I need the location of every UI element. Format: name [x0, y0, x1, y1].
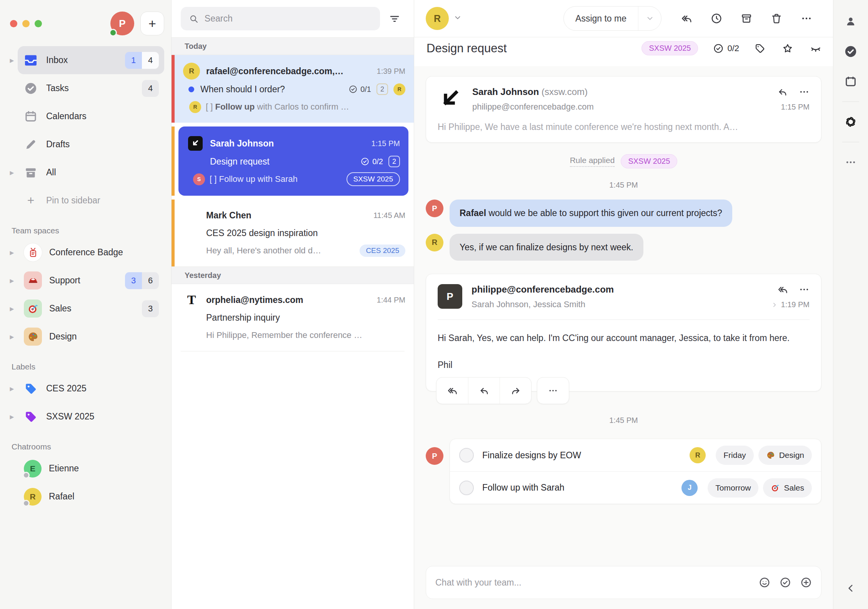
search-input[interactable] [205, 13, 372, 24]
more-reply-options-button[interactable] [537, 378, 569, 404]
reply-button[interactable] [777, 87, 788, 97]
sidebar-item-ces-2025[interactable]: ▶ CES 2025 [6, 374, 164, 403]
label-pill-sxsw[interactable]: SXSW 2025 [641, 41, 698, 55]
support-count-badge: 3 6 [125, 272, 159, 289]
sidebar-item-calendars[interactable]: Calendars [6, 102, 164, 130]
disclosure-caret-icon[interactable]: ▶ [6, 306, 18, 312]
disclosure-caret-icon[interactable]: ▶ [6, 57, 18, 63]
reply-all-button[interactable] [436, 378, 468, 404]
current-user-avatar[interactable]: P [110, 12, 134, 35]
space-pill-design[interactable]: Design [758, 446, 812, 465]
sidebar-item-conference-badge[interactable]: ▶ Conference Badge [6, 238, 164, 266]
disclosure-caret-icon[interactable]: ▶ [6, 414, 18, 420]
more-button[interactable] [799, 284, 810, 295]
more-actions-button[interactable] [791, 6, 821, 31]
tag-icon[interactable] [755, 43, 765, 54]
email-list-item[interactable]: Mark Chen 11:45 AM CES 2025 design inspi… [172, 200, 414, 266]
more-integrations-button[interactable] [841, 151, 860, 173]
disclosure-caret-icon[interactable]: ▶ [6, 250, 18, 256]
assign-to-me-button[interactable]: Assign to me [563, 6, 661, 31]
task-checkbox[interactable] [459, 448, 474, 463]
email-list-item[interactable]: R rafael@conferencebadge.com,… 1:39 PM W… [172, 55, 414, 123]
email-list-scroll[interactable]: Today R rafael@conferencebadge.com,… 1:3… [172, 37, 414, 609]
email-time[interactable]: 1:19 PM [771, 300, 810, 309]
reply-all-button[interactable] [777, 284, 788, 295]
task-checkbox[interactable] [459, 481, 474, 495]
email-snippet: Hey all, Here's another old d… [206, 246, 355, 256]
sidebar-item-tasks[interactable]: Tasks 4 [6, 74, 164, 102]
due-date-pill[interactable]: Friday [716, 446, 753, 465]
sidebar-item-support[interactable]: ▶ Support 3 6 [6, 266, 164, 295]
close-window-button[interactable] [10, 20, 17, 27]
collapse-panel-button[interactable] [841, 577, 860, 599]
create-task-button[interactable] [780, 577, 791, 588]
filter-button[interactable] [384, 8, 405, 30]
rule-applied-link[interactable]: Rule applied [570, 156, 615, 167]
trash-button[interactable] [761, 6, 791, 31]
account-color-strip [172, 55, 175, 123]
chevron-down-icon[interactable] [453, 13, 462, 23]
disclosure-caret-icon[interactable]: ▶ [6, 386, 18, 392]
tasks-panel-button[interactable] [841, 41, 860, 62]
calendar-panel-button[interactable] [841, 71, 860, 92]
task-progress[interactable]: 0/2 [713, 43, 739, 53]
sidebar-item-label: CES 2025 [46, 383, 159, 394]
star-icon[interactable] [782, 43, 793, 54]
mute-eye-icon[interactable] [810, 43, 821, 54]
task-row[interactable]: Follow up with Sarah J Tomorrow Sales [450, 471, 821, 504]
forward-button[interactable] [500, 378, 531, 404]
task-assignee-avatar[interactable]: J [681, 480, 698, 496]
sidebar-item-sxsw-2025[interactable]: ▶ SXSW 2025 [6, 403, 164, 431]
task-row[interactable]: Finalize designs by EOW R Friday Design [450, 439, 821, 471]
due-date-pill[interactable]: Tomorrow [708, 478, 758, 498]
label-pill-sxsw[interactable]: SXSW 2025 [621, 154, 677, 168]
email-time: 1:44 PM [377, 296, 405, 304]
check-circle-icon [713, 43, 723, 53]
group-header-today: Today [172, 37, 414, 55]
team-chat-input[interactable] [435, 577, 759, 588]
zoom-window-button[interactable] [35, 20, 42, 27]
disclosure-caret-icon[interactable]: ▶ [6, 278, 18, 284]
task-assignee-avatar[interactable]: R [690, 447, 706, 463]
toolbar-actions [671, 6, 821, 31]
design-palette-icon [24, 328, 42, 346]
check-circle-filled-icon [844, 45, 857, 58]
sidebar-item-sales[interactable]: ▶ Sales 3 [6, 295, 164, 323]
conversation-scroll[interactable]: Sarah Johnson (sxsw.com) philippe@confer… [414, 66, 833, 558]
emoji-button[interactable] [759, 577, 770, 588]
assignee-avatar[interactable]: R [426, 7, 449, 30]
space-pill-sales[interactable]: Sales [763, 478, 812, 498]
contact-details-button[interactable] [841, 11, 860, 32]
archive-button[interactable] [731, 6, 761, 31]
email-list-item[interactable]: T orphelia@nytimes.com 1:44 PM Partnersh… [172, 284, 414, 351]
compose-new-button[interactable]: + [140, 12, 164, 35]
email-card-expanded[interactable]: P philippe@conferencebadge.com Sarah Joh… [426, 274, 821, 391]
sidebar-item-drafts[interactable]: Drafts [6, 130, 164, 158]
add-attachment-button[interactable] [800, 577, 812, 588]
snooze-button[interactable] [701, 6, 731, 31]
more-button[interactable] [799, 87, 810, 97]
sidebar-item-design[interactable]: ▶ Design [6, 323, 164, 351]
search-bar[interactable] [181, 7, 380, 30]
label-pill-sxsw[interactable]: SXSW 2025 [347, 172, 400, 186]
reply-all-button[interactable] [671, 6, 701, 31]
email-list-item-selected[interactable]: Sarah Johnson 1:15 PM Design request 0/2… [172, 126, 414, 196]
section-title-team-spaces: Team spaces [12, 226, 164, 235]
conversation-panel: R Assign to me [414, 0, 833, 609]
minimize-window-button[interactable] [22, 20, 30, 27]
sidebar-item-inbox[interactable]: ▶ Inbox 1 4 [6, 46, 164, 74]
openai-integration-button[interactable] [841, 111, 860, 133]
disclosure-caret-icon[interactable]: ▶ [6, 170, 18, 176]
conference-badge-icon [24, 243, 42, 261]
sidebar-item-label: Inbox [46, 55, 125, 65]
pin-to-sidebar-button[interactable]: + Pin to sidebar [6, 186, 164, 215]
assign-dropdown-button[interactable] [638, 7, 661, 30]
ellipsis-icon [801, 13, 812, 24]
sidebar-item-chatroom-rafael[interactable]: R Rafael [6, 483, 164, 511]
email-card-collapsed[interactable]: Sarah Johnson (sxsw.com) philippe@confer… [426, 76, 821, 143]
sidebar-item-all[interactable]: ▶ All [6, 158, 164, 186]
disclosure-caret-icon[interactable]: ▶ [6, 334, 18, 340]
sidebar-item-chatroom-etienne[interactable]: E Etienne [6, 454, 164, 483]
reply-button[interactable] [468, 378, 500, 404]
label-pill-ces[interactable]: CES 2025 [360, 245, 405, 257]
